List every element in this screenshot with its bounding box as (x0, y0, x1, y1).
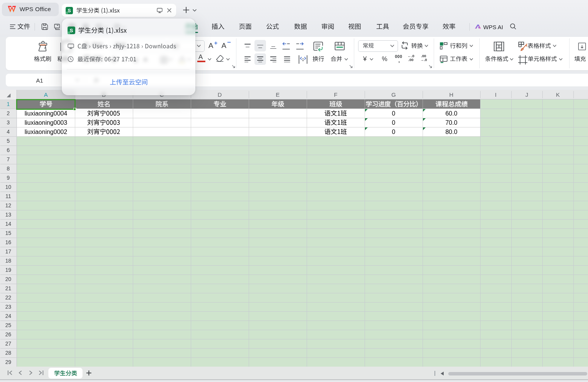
svg-text:S: S (69, 28, 73, 33)
svg-text:S: S (68, 8, 71, 13)
